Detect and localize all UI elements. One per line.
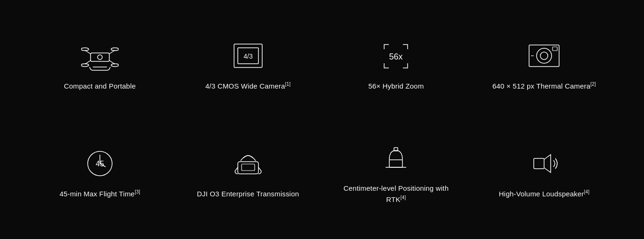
svg-point-17 (540, 52, 548, 60)
svg-rect-29 (534, 158, 544, 169)
thermal-camera-label: 640 × 512 px Thermal Camera[2] (492, 81, 596, 92)
features-grid: Compact and Portable 4/3 4/3 CMOS Wide C… (0, 0, 644, 239)
feature-hybrid-zoom: 56x 56× Hybrid Zoom (325, 14, 468, 117)
svg-text:56x: 56x (389, 52, 403, 61)
transmission-icon (229, 148, 267, 180)
transmission-label: DJI O3 Enterprise Transmission (197, 189, 299, 200)
hybrid-zoom-icon: 56x (377, 40, 415, 73)
svg-point-9 (98, 55, 102, 60)
rtk-icon (377, 142, 415, 175)
feature-flight-time: 45 45-min Max Flight Time[3] (28, 122, 172, 225)
svg-rect-26 (389, 160, 402, 167)
svg-point-16 (537, 48, 552, 63)
svg-rect-0 (91, 53, 109, 61)
svg-rect-18 (553, 47, 557, 51)
compact-portable-icon (81, 40, 119, 73)
rtk-label: Centimeter-level Positioning with RTK[4] (334, 183, 459, 205)
cmos-camera-icon: 4/3 (229, 39, 267, 72)
feature-transmission: DJI O3 Enterprise Transmission (176, 122, 320, 225)
compact-portable-label: Compact and Portable (64, 81, 136, 92)
feature-thermal-camera: 640 × 512 px Thermal Camera[2] (472, 14, 616, 117)
feature-rtk: Centimeter-level Positioning with RTK[4] (325, 122, 468, 225)
loudspeaker-icon (525, 147, 563, 180)
flight-time-label: 45-min Max Flight Time[3] (60, 188, 140, 200)
svg-text:4/3: 4/3 (243, 52, 253, 60)
loudspeaker-label: High-Volume Loudspeaker[4] (499, 188, 590, 200)
cmos-camera-label: 4/3 CMOS Wide Camera[1] (205, 81, 291, 92)
feature-loudspeaker: High-Volume Loudspeaker[4] (472, 122, 616, 225)
svg-rect-25 (242, 164, 255, 171)
svg-rect-24 (238, 162, 258, 174)
feature-cmos-camera: 4/3 4/3 CMOS Wide Camera[1] (176, 14, 320, 117)
thermal-camera-icon (525, 39, 563, 72)
flight-time-icon: 45 (81, 147, 119, 180)
hybrid-zoom-label: 56× Hybrid Zoom (368, 81, 424, 92)
feature-compact-portable: Compact and Portable (28, 14, 172, 117)
